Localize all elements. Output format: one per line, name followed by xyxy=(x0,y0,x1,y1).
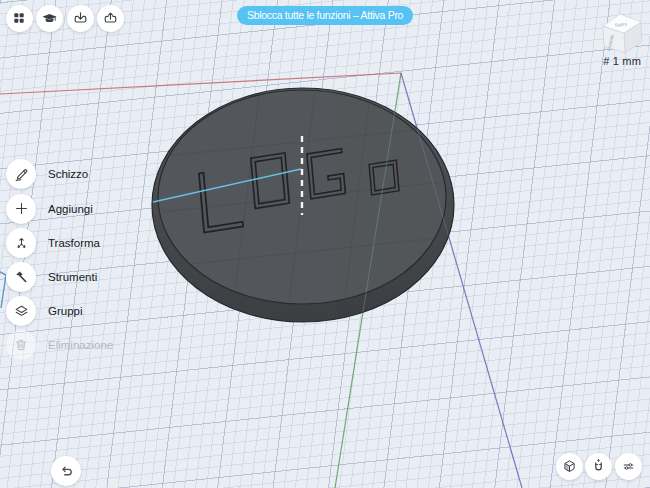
sidebar-item-tools[interactable]: Strumenti xyxy=(6,262,97,292)
sliders-icon xyxy=(620,458,637,475)
sidebar-item-label: Gruppi xyxy=(48,305,83,317)
magnet-icon xyxy=(590,458,607,475)
groups-button[interactable] xyxy=(6,296,36,326)
import-button[interactable] xyxy=(67,5,94,32)
transform-arrows-icon xyxy=(13,235,30,252)
snapping-button[interactable] xyxy=(585,453,612,480)
disc-model[interactable]: LOGO xyxy=(145,73,522,488)
sidebar-item-delete: Eliminazione xyxy=(6,330,113,360)
sketch-button[interactable] xyxy=(6,159,36,189)
layers-icon xyxy=(13,303,30,320)
plus-icon xyxy=(13,200,30,217)
projects-button[interactable] xyxy=(6,5,33,32)
add-button[interactable] xyxy=(6,194,36,224)
graduation-cap-icon xyxy=(41,10,58,27)
display-mode-button[interactable] xyxy=(556,453,583,480)
import-tray-icon xyxy=(72,10,89,27)
sidebar-item-label: Eliminazione xyxy=(48,339,113,351)
delete-button xyxy=(6,330,36,360)
hammer-icon xyxy=(13,269,30,286)
grid-squares-icon xyxy=(11,10,27,26)
sidebar-item-label: Trasforma xyxy=(48,237,100,249)
tools-button[interactable] xyxy=(6,262,36,292)
modeling-viewport[interactable]: LOGO xyxy=(0,0,650,488)
sidebar-item-label: Strumenti xyxy=(48,271,97,283)
grid-size-indicator: # 1 mm xyxy=(603,55,641,67)
view-settings-button[interactable] xyxy=(615,453,642,480)
sidebar-item-label: Schizzo xyxy=(48,168,88,180)
export-tray-icon xyxy=(102,10,119,27)
upgrade-banner[interactable]: Sblocca tutte le funzioni – Attiva Pro xyxy=(237,6,413,25)
transform-button[interactable] xyxy=(6,228,36,258)
sidebar-item-sketch[interactable]: Schizzo xyxy=(6,159,88,189)
undo-icon xyxy=(57,462,75,480)
trash-icon xyxy=(13,337,29,353)
learn-button[interactable] xyxy=(36,5,63,32)
sidebar-item-groups[interactable]: Gruppi xyxy=(6,296,83,326)
x-axis-red xyxy=(0,73,401,94)
export-button[interactable] xyxy=(97,5,124,32)
sidebar-item-add[interactable]: Aggiungi xyxy=(6,194,93,224)
pencil-icon xyxy=(13,166,30,183)
sidebar-item-transform[interactable]: Trasforma xyxy=(6,228,100,258)
shaded-cube-icon xyxy=(561,458,578,475)
sidebar-item-label: Aggiungi xyxy=(48,203,93,215)
orientation-cube[interactable]: Sopra Frontale xyxy=(603,14,642,53)
undo-button[interactable] xyxy=(51,456,81,486)
